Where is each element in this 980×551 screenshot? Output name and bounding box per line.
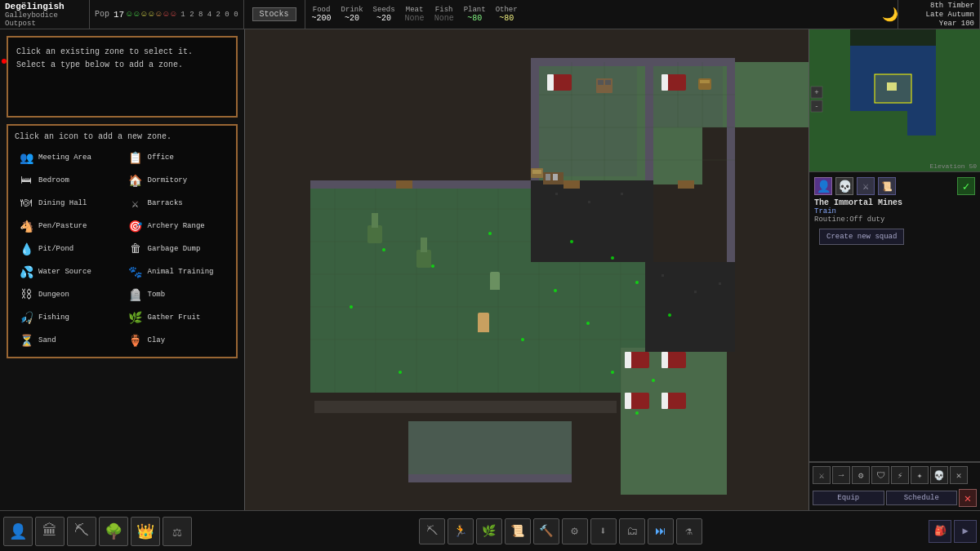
- equip-schedule-bar: Equip Schedule ✕: [809, 487, 980, 510]
- ff-icon[interactable]: ⏭: [648, 518, 674, 544]
- zone-item-office[interactable]: 📋Office: [124, 148, 230, 167]
- svg-rect-49: [662, 74, 668, 91]
- zone-icon-10: 💦: [18, 264, 34, 280]
- dig-icon[interactable]: ⛏: [419, 518, 445, 544]
- zone-item-water-source[interactable]: 💦Water Source: [15, 262, 121, 282]
- zone-item-dining-hall[interactable]: 🍽Dining Hall: [15, 193, 121, 213]
- face-green: ☺: [127, 10, 131, 19]
- zone-item-dungeon[interactable]: ⛓Dungeon: [15, 285, 121, 304]
- zone-label-1: Office: [148, 153, 174, 162]
- scroll-icon[interactable]: 📜: [505, 518, 531, 544]
- zone-icon-6: 🐴: [18, 218, 34, 234]
- mine-icon[interactable]: ⛏: [67, 517, 96, 546]
- zone-item-garbage-dump[interactable]: 🗑Garbage Dump: [124, 239, 230, 259]
- svg-rect-98: [408, 421, 572, 474]
- nature-icon[interactable]: 🌳: [99, 517, 128, 546]
- zone-item-sand[interactable]: ⏳Sand: [15, 331, 121, 350]
- zone-item-archery-range[interactable]: 🎯Archery Range: [124, 216, 230, 236]
- fish-resource: Fish None: [434, 6, 454, 23]
- unit-skull-icon: 💀: [835, 177, 853, 195]
- zone-item-meeting-area[interactable]: 👥Meeting Area: [15, 148, 121, 167]
- fish-value: None: [434, 14, 454, 23]
- zone-item-clay[interactable]: 🏺Clay: [124, 331, 230, 350]
- elevation-label: Elevation 50: [929, 162, 977, 170]
- svg-rect-93: [553, 174, 558, 180]
- plant-label: Plant: [464, 6, 486, 14]
- shield-icon[interactable]: 🛡: [871, 466, 889, 484]
- dwarf-icon[interactable]: 👤: [3, 517, 33, 546]
- plant-resource: Plant ~80: [464, 6, 486, 23]
- settlement-name: Degëlingish: [5, 2, 65, 11]
- create-squad-button[interactable]: Create new squad: [819, 229, 904, 245]
- svg-rect-47: [547, 74, 554, 91]
- zone-label-17: Clay: [148, 336, 166, 344]
- center-actions: ⛏ 🏃 🌿 📜 🔨 ⚙ ⬇ 🗂 ⏭ ⚗: [419, 518, 702, 544]
- zone-item-fishing[interactable]: 🎣Fishing: [15, 308, 121, 327]
- svg-point-81: [635, 281, 639, 284]
- equip-button[interactable]: Equip: [813, 491, 884, 505]
- speed-icon[interactable]: ▶: [954, 520, 977, 543]
- svg-rect-54: [372, 213, 378, 228]
- zone-icon-5: ⚔: [127, 195, 144, 211]
- x-icon[interactable]: ✕: [950, 466, 968, 484]
- move-icon[interactable]: →: [832, 466, 850, 484]
- info-line1: Click an existing zone to select it.: [16, 46, 228, 59]
- down-arrow-icon[interactable]: ⬇: [590, 518, 617, 544]
- zone-item-animal-training[interactable]: 🐾Animal Training: [124, 262, 230, 282]
- zone-label-5: Barracks: [148, 199, 183, 207]
- zone-item-bedroom[interactable]: 🛏Bedroom: [15, 171, 121, 190]
- game-map[interactable]: [245, 29, 808, 510]
- game-area[interactable]: [245, 29, 808, 510]
- svg-text:-: -: [814, 103, 818, 111]
- zone-icon-8: 💧: [18, 241, 34, 257]
- moon-icon: 🌙: [882, 7, 898, 23]
- unit-checkmark[interactable]: ✓: [957, 177, 975, 195]
- zone-item-pen-pasture[interactable]: 🐴Pen/Pasture: [15, 216, 121, 236]
- svg-rect-97: [621, 503, 735, 510]
- zone-icon-3: 🏠: [127, 172, 144, 189]
- zone-label-3: Dormitory: [148, 176, 188, 184]
- zone-item-gather-fruit[interactable]: 🌿Gather Fruit: [124, 308, 230, 327]
- nobles-icon[interactable]: 👑: [131, 517, 160, 546]
- gear-icon[interactable]: ⚙: [852, 466, 870, 484]
- settlement-sub2: Outpost: [5, 20, 36, 28]
- close-button[interactable]: ✕: [959, 489, 977, 507]
- unit-name: The Immortal Mines: [814, 198, 975, 207]
- zone-label-12: Dungeon: [38, 291, 69, 299]
- svg-rect-66: [564, 180, 580, 189]
- svg-rect-45: [719, 282, 721, 285]
- zone-item-barracks[interactable]: ⚔Barracks: [124, 193, 230, 213]
- zone-selection-box: Click an icon to add a new zone. 👥Meetin…: [7, 124, 238, 358]
- flask-icon[interactable]: ⚗: [676, 518, 702, 544]
- justice-icon[interactable]: ⚖: [163, 517, 192, 546]
- zone-item-pit-pond[interactable]: 💧Pit/Pond: [15, 239, 121, 259]
- zone-header: Click an icon to add a new zone.: [15, 132, 229, 141]
- stocks-button[interactable]: Stocks: [252, 7, 296, 21]
- skull2-icon[interactable]: 💀: [930, 466, 948, 484]
- plant-icon[interactable]: 🌿: [476, 518, 502, 544]
- unit-portrait-icon[interactable]: 👤: [814, 177, 832, 195]
- hammer-icon[interactable]: 🔨: [533, 518, 559, 544]
- time-line2: Late Autumn: [926, 11, 974, 19]
- seeds-resource: Seeds ~20: [373, 6, 395, 23]
- folder-icon[interactable]: 🗂: [619, 518, 645, 544]
- settings-icon[interactable]: ⚙: [562, 518, 588, 544]
- zone-item-tomb[interactable]: 🪦Tomb: [124, 285, 230, 304]
- meat-value: None: [405, 14, 425, 23]
- run-icon[interactable]: 🏃: [448, 518, 474, 544]
- unit-sword-icon: ⚔: [857, 177, 875, 195]
- buildings-icon[interactable]: 🏛: [35, 517, 65, 546]
- drink-resource: Drink ~20: [341, 6, 363, 23]
- zone-icon-4: 🍽: [18, 195, 34, 211]
- plant-value: ~80: [467, 14, 482, 23]
- inventory-icon[interactable]: 🎒: [929, 520, 951, 543]
- combat-icon[interactable]: ⚔: [813, 466, 831, 484]
- svg-rect-44: [694, 291, 697, 293]
- svg-point-77: [431, 264, 434, 268]
- zone-item-dormitory[interactable]: 🏠Dormitory: [124, 171, 230, 190]
- schedule-button[interactable]: Schedule: [886, 491, 958, 505]
- star-icon[interactable]: ✦: [911, 466, 929, 484]
- minimap[interactable]: + - Elevation 50: [809, 29, 980, 172]
- lightning-icon[interactable]: ⚡: [891, 466, 909, 484]
- stocks-section[interactable]: Stocks: [244, 0, 305, 29]
